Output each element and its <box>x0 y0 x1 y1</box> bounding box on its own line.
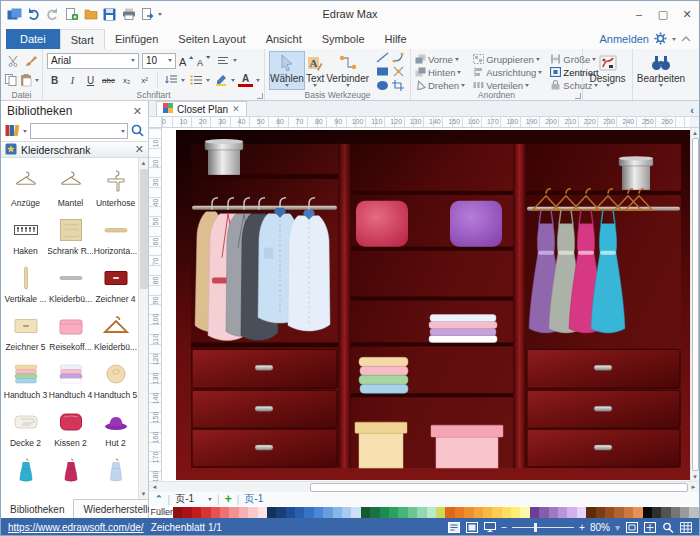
color-swatch[interactable] <box>295 507 304 518</box>
view-normal-icon[interactable] <box>447 521 460 534</box>
open-file-icon[interactable] <box>82 6 99 23</box>
color-swatch[interactable] <box>342 507 351 518</box>
font-size-select[interactable]: 10 <box>142 53 176 69</box>
color-swatch[interactable] <box>605 507 614 518</box>
italic-icon[interactable]: I <box>65 73 80 88</box>
tab-start[interactable]: Start <box>60 29 105 49</box>
color-swatch[interactable] <box>370 507 379 518</box>
library-item[interactable]: Mantel <box>48 160 93 208</box>
library-item[interactable]: Haken <box>3 208 48 256</box>
vertical-scrollbar[interactable]: ▲▼ <box>690 128 699 481</box>
library-item[interactable]: Hut 2 <box>93 400 138 448</box>
settings-dropdown-icon[interactable] <box>672 38 676 41</box>
color-swatch[interactable] <box>201 507 210 518</box>
designs-button[interactable]: Designs <box>586 51 630 88</box>
document-tab-close-icon[interactable]: ✕ <box>232 104 240 114</box>
zoom-out-icon[interactable]: − <box>501 522 507 533</box>
line-spacing-icon[interactable] <box>163 73 178 88</box>
color-swatch[interactable] <box>520 507 529 518</box>
library-search-input[interactable] <box>33 126 121 137</box>
library-item[interactable] <box>3 448 48 496</box>
arc-tool-icon[interactable] <box>391 50 406 65</box>
hat-box-left[interactable] <box>205 139 243 175</box>
zoom-level[interactable]: 80% <box>590 522 610 533</box>
color-swatch[interactable] <box>567 507 576 518</box>
color-swatch[interactable] <box>680 507 689 518</box>
library-item[interactable]: Vertikale ... <box>3 256 48 304</box>
color-swatch[interactable] <box>267 507 276 518</box>
towel-stack-striped[interactable] <box>429 314 497 342</box>
color-swatch[interactable] <box>455 507 464 518</box>
hat-box-right[interactable] <box>619 156 653 190</box>
subscript-icon[interactable]: x₂ <box>119 73 134 88</box>
color-swatch[interactable] <box>596 507 605 518</box>
color-swatch[interactable] <box>239 507 248 518</box>
color-swatch[interactable] <box>276 507 285 518</box>
tab-bibliotheken[interactable]: Bibliotheken <box>1 499 74 518</box>
strikethrough-icon[interactable]: abc <box>101 73 116 88</box>
color-swatch[interactable] <box>539 507 548 518</box>
underline-icon[interactable]: U <box>83 73 98 88</box>
sign-in-link[interactable]: Anmelden <box>599 33 649 45</box>
library-item[interactable]: Handtuch 3 <box>3 352 48 400</box>
schriftart-dialog-launcher-icon[interactable] <box>257 93 263 99</box>
color-swatch[interactable] <box>586 507 595 518</box>
font-color-icon[interactable]: A <box>238 74 253 87</box>
tab-symbole[interactable]: Symbole <box>312 29 375 49</box>
grow-font-icon[interactable]: A <box>179 53 194 68</box>
color-swatch[interactable] <box>361 507 370 518</box>
search-icon[interactable] <box>131 124 144 139</box>
grid-icon[interactable] <box>679 521 692 534</box>
color-swatch[interactable] <box>380 507 389 518</box>
align-icon[interactable] <box>215 53 230 68</box>
pan-window-icon[interactable] <box>643 521 656 534</box>
color-swatch[interactable] <box>314 507 323 518</box>
color-swatch[interactable] <box>624 507 633 518</box>
color-swatch[interactable] <box>408 507 417 518</box>
edrawsoft-link[interactable]: https://www.edrawsoft.com/de/ <box>8 522 144 533</box>
library-item[interactable] <box>93 448 138 496</box>
color-swatch[interactable] <box>643 507 652 518</box>
cut-icon[interactable] <box>5 53 20 68</box>
rectangle-tool-icon[interactable] <box>375 64 390 79</box>
library-item[interactable]: Handtuch 5 <box>93 352 138 400</box>
zoom-in-icon[interactable]: + <box>579 522 585 533</box>
library-item[interactable]: Decke 2 <box>3 400 48 448</box>
color-swatch[interactable] <box>445 507 454 518</box>
save-icon[interactable] <box>101 6 118 23</box>
library-scrollbar[interactable]: ▲▼ <box>138 158 148 499</box>
zoom-find-icon[interactable] <box>661 521 674 534</box>
library-item[interactable]: Zeichner 4 <box>93 256 138 304</box>
library-section-close-icon[interactable]: ✕ <box>135 143 144 156</box>
view-page-icon[interactable] <box>465 521 478 534</box>
library-item[interactable]: Kleiderbü... <box>48 256 93 304</box>
zoom-slider[interactable] <box>512 527 574 528</box>
clothes-rod-left[interactable] <box>192 206 337 210</box>
close-button[interactable]: ✕ <box>675 4 699 24</box>
color-swatch[interactable] <box>389 507 398 518</box>
color-swatch[interactable] <box>689 507 698 518</box>
library-close-icon[interactable]: ✕ <box>133 105 142 118</box>
color-swatch[interactable] <box>258 507 267 518</box>
library-item[interactable]: Schrank R... <box>48 208 93 256</box>
tab-datei[interactable]: Datei <box>6 29 60 49</box>
add-page-button[interactable]: + <box>225 492 232 506</box>
vorne-button[interactable]: Vorne <box>415 53 465 66</box>
anordnen-dialog-launcher-icon[interactable] <box>575 93 581 99</box>
drawers-right[interactable] <box>527 349 680 467</box>
export-icon[interactable] <box>139 6 156 23</box>
library-item[interactable]: Horizonta... <box>93 208 138 256</box>
storage-box-beige[interactable] <box>355 422 407 468</box>
pillow-red[interactable] <box>356 201 408 247</box>
bullet-list-icon[interactable] <box>188 73 203 88</box>
library-item[interactable]: Reisekoff... <box>48 304 93 352</box>
settings-gear-icon[interactable] <box>654 32 667 47</box>
color-swatch[interactable] <box>304 507 313 518</box>
collapse-right-panel-icon[interactable]: ‹ <box>690 104 699 116</box>
color-swatch[interactable] <box>614 507 623 518</box>
connection-point-tool-icon[interactable] <box>391 64 406 79</box>
color-swatch[interactable] <box>229 507 238 518</box>
color-swatch[interactable] <box>417 507 426 518</box>
tab-hilfe[interactable]: Hilfe <box>375 29 417 49</box>
library-books-icon[interactable] <box>5 124 20 139</box>
